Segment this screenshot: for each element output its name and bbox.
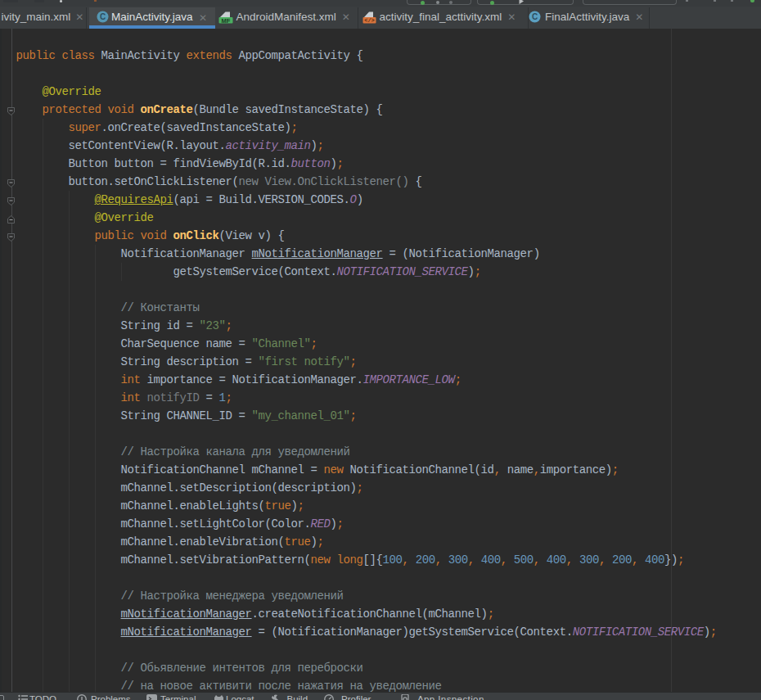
svg-text:C: C — [532, 12, 538, 21]
svg-text:MF: MF — [222, 17, 231, 24]
svg-text:</>: </> — [364, 17, 375, 24]
svg-text:C: C — [100, 12, 106, 21]
